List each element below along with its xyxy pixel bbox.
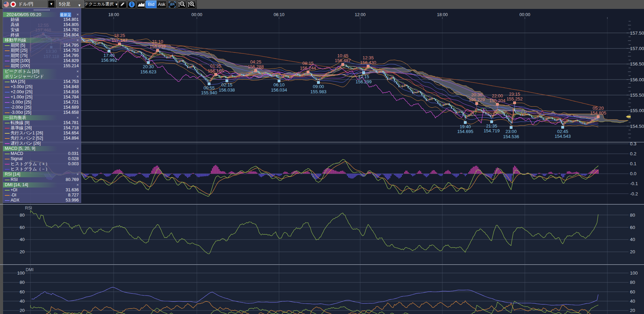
svg-text:156.299: 156.299 (356, 79, 372, 84)
svg-text:155.204: 155.204 (489, 98, 505, 103)
svg-text:155.983: 155.983 (311, 89, 327, 94)
svg-text:80: 80 (20, 213, 25, 218)
svg-text:80: 80 (630, 280, 635, 285)
svg-text:155.940: 155.940 (201, 90, 217, 95)
svg-text:12:15: 12:15 (358, 74, 369, 79)
svg-text:60: 60 (20, 289, 25, 294)
svg-text:10:45: 10:45 (337, 53, 349, 58)
svg-text:05:20: 05:20 (593, 106, 604, 111)
svg-text:156.038: 156.038 (219, 87, 235, 93)
svg-text:12:00: 12:00 (355, 12, 365, 17)
svg-text:20: 20 (630, 308, 635, 313)
svg-text:18:25: 18:25 (114, 33, 125, 38)
svg-text:60: 60 (20, 225, 25, 230)
svg-text:21:10: 21:10 (152, 39, 163, 44)
svg-text:155.50: 155.50 (630, 93, 644, 98)
svg-text:23:00: 23:00 (506, 129, 517, 134)
svg-text:156.992: 156.992 (101, 58, 117, 63)
svg-text:156.288: 156.288 (248, 64, 264, 69)
svg-text:00:00: 00:00 (519, 12, 530, 17)
svg-text:20:30: 20:30 (471, 92, 482, 97)
svg-text:156.50: 156.50 (630, 61, 644, 67)
svg-text:20: 20 (630, 249, 635, 254)
svg-text:80: 80 (20, 280, 25, 285)
svg-text:20: 20 (20, 249, 25, 254)
svg-text:40: 40 (630, 237, 635, 242)
svg-text:09:00: 09:00 (313, 84, 324, 89)
svg-text:155.252: 155.252 (506, 96, 522, 101)
svg-text:154.50: 154.50 (630, 124, 644, 129)
svg-text:20:30: 20:30 (143, 64, 154, 69)
svg-text:156.034: 156.034 (271, 87, 287, 93)
svg-text:00:55: 00:55 (203, 85, 215, 90)
svg-text:154.543: 154.543 (555, 134, 571, 139)
svg-text:01:25: 01:25 (210, 63, 222, 69)
svg-text:40: 40 (20, 299, 25, 304)
svg-text:17:40: 17:40 (103, 53, 115, 58)
svg-text:02:45: 02:45 (557, 129, 568, 134)
svg-text:156.430: 156.430 (360, 60, 376, 65)
svg-text:155.229: 155.229 (469, 97, 485, 102)
svg-text:0.2: 0.2 (630, 151, 636, 156)
svg-text:20: 20 (20, 308, 25, 313)
svg-text:23:15: 23:15 (509, 92, 520, 97)
svg-text:18:00: 18:00 (108, 12, 119, 17)
svg-text:02:15: 02:15 (221, 82, 232, 87)
svg-text:80: 80 (630, 213, 635, 218)
svg-text:RSI: RSI (25, 206, 32, 210)
svg-text:60: 60 (630, 225, 635, 230)
svg-text:-0.1: -0.1 (630, 181, 638, 186)
svg-text:0.0: 0.0 (630, 171, 636, 176)
svg-text:154.695: 154.695 (457, 129, 473, 134)
svg-text:DMI: DMI (26, 267, 34, 272)
svg-text:155.00: 155.00 (630, 108, 644, 113)
svg-text:154.536: 154.536 (503, 134, 519, 139)
svg-text:40: 40 (20, 237, 25, 242)
svg-text:40: 40 (630, 299, 635, 304)
svg-text:156.00: 156.00 (630, 77, 644, 82)
svg-text:60: 60 (630, 289, 635, 294)
svg-text:156.623: 156.623 (140, 69, 156, 74)
svg-text:18:00: 18:00 (437, 12, 447, 17)
svg-text:04:25: 04:25 (250, 59, 262, 64)
svg-text:156.939: 156.939 (150, 44, 166, 49)
svg-text:06:10: 06:10 (274, 82, 285, 87)
svg-text:0.1: 0.1 (630, 161, 636, 166)
svg-text:00:00: 00:00 (191, 12, 202, 17)
svg-text:100: 100 (17, 270, 25, 276)
svg-text:154.719: 154.719 (483, 128, 500, 133)
svg-text:21:35: 21:35 (486, 123, 497, 129)
svg-text:157.147: 157.147 (111, 38, 127, 43)
svg-text:156.244: 156.244 (300, 65, 316, 71)
svg-text:156.487: 156.487 (335, 58, 351, 63)
svg-text:154.805: 154.805 (590, 110, 606, 116)
svg-text:100: 100 (630, 270, 638, 276)
svg-text:12:35: 12:35 (363, 55, 374, 60)
svg-text:-0.2: -0.2 (630, 191, 638, 196)
svg-text:156.165: 156.165 (208, 68, 224, 73)
svg-text:08:15: 08:15 (302, 61, 314, 66)
svg-text:06:10: 06:10 (274, 12, 284, 17)
svg-text:22:00: 22:00 (492, 93, 503, 98)
svg-text:157.00: 157.00 (630, 46, 644, 51)
svg-text:19:40: 19:40 (460, 124, 471, 129)
svg-text:157.50: 157.50 (630, 31, 644, 36)
